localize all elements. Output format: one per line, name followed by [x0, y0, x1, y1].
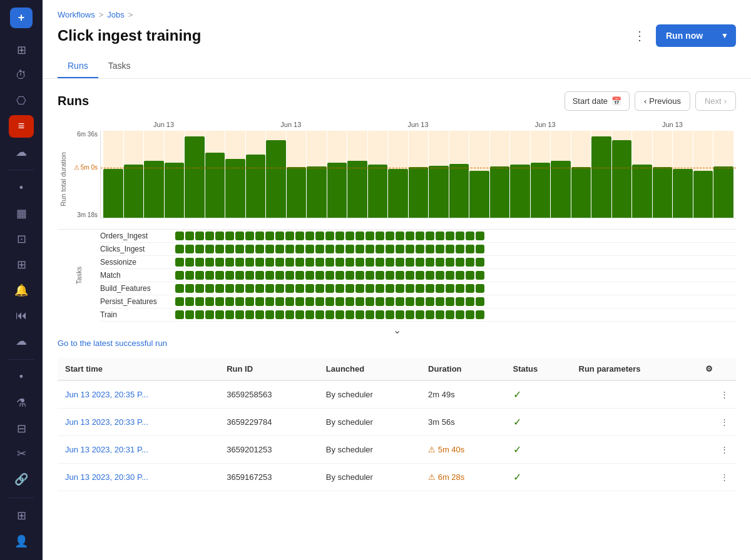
bar-0[interactable]	[103, 169, 123, 218]
task-dot-5-13[interactable]	[305, 297, 314, 306]
task-dot-0-15[interactable]	[325, 232, 334, 240]
task-dot-0-14[interactable]	[315, 232, 324, 240]
task-dot-2-29[interactable]	[466, 258, 474, 267]
task-dot-6-0[interactable]	[175, 310, 184, 319]
task-dot-1-28[interactable]	[456, 245, 464, 253]
task-dot-0-19[interactable]	[365, 232, 374, 240]
sidebar-item-user[interactable]: 👤	[9, 529, 34, 552]
task-dot-0-27[interactable]	[446, 232, 454, 240]
sidebar-item-history2[interactable]: ⏮	[9, 304, 34, 327]
task-dot-6-18[interactable]	[355, 310, 364, 319]
task-dot-2-0[interactable]	[175, 258, 184, 267]
task-dot-1-14[interactable]	[315, 245, 324, 253]
logo-icon[interactable]: +	[10, 8, 33, 28]
task-dot-5-2[interactable]	[195, 297, 204, 306]
task-dot-0-12[interactable]	[295, 232, 304, 240]
task-dot-4-16[interactable]	[335, 284, 344, 293]
bar-20[interactable]	[510, 165, 530, 218]
task-dot-3-23[interactable]	[406, 271, 414, 280]
table-cell-menu-2[interactable]: ⋮	[698, 436, 736, 464]
task-dot-1-7[interactable]	[245, 245, 254, 253]
task-dot-5-14[interactable]	[315, 297, 324, 306]
task-dot-6-10[interactable]	[275, 310, 284, 319]
task-dot-2-19[interactable]	[365, 258, 374, 267]
task-dot-2-1[interactable]	[185, 258, 194, 267]
task-dot-2-22[interactable]	[396, 258, 404, 267]
task-dot-2-12[interactable]	[295, 258, 304, 267]
task-dot-1-4[interactable]	[215, 245, 224, 253]
task-dot-0-26[interactable]	[436, 232, 444, 240]
bar-26[interactable]	[632, 165, 652, 218]
task-dot-6-7[interactable]	[245, 310, 254, 319]
task-dot-4-18[interactable]	[355, 284, 364, 293]
task-dot-3-21[interactable]	[386, 271, 394, 280]
task-dot-3-28[interactable]	[456, 271, 464, 280]
task-dot-4-21[interactable]	[386, 284, 394, 293]
sidebar-item-cloud2[interactable]: ☁	[9, 330, 34, 353]
task-dot-6-1[interactable]	[185, 310, 194, 319]
task-dot-5-29[interactable]	[466, 297, 474, 306]
task-dot-5-5[interactable]	[225, 297, 234, 306]
task-dot-5-23[interactable]	[406, 297, 414, 306]
task-dot-4-3[interactable]	[205, 284, 214, 293]
sidebar-item-history[interactable]: ⏱	[9, 64, 34, 87]
task-dot-1-9[interactable]	[265, 245, 274, 253]
task-dot-0-30[interactable]	[476, 232, 484, 240]
task-dot-3-26[interactable]	[436, 271, 444, 280]
bar-29[interactable]	[693, 171, 713, 218]
bar-19[interactable]	[490, 166, 510, 218]
task-dot-6-3[interactable]	[205, 310, 214, 319]
task-dot-2-25[interactable]	[426, 258, 434, 267]
task-dot-1-17[interactable]	[345, 245, 354, 253]
bar-2[interactable]	[144, 161, 164, 218]
bar-16[interactable]	[429, 166, 449, 218]
task-dot-2-10[interactable]	[275, 258, 284, 267]
task-dot-4-27[interactable]	[446, 284, 454, 293]
bar-10[interactable]	[307, 166, 327, 218]
task-dot-2-6[interactable]	[235, 258, 244, 267]
task-dot-3-0[interactable]	[175, 271, 184, 280]
task-dot-3-27[interactable]	[446, 271, 454, 280]
task-dot-2-18[interactable]	[355, 258, 364, 267]
task-dot-1-1[interactable]	[185, 245, 194, 253]
task-dot-4-13[interactable]	[305, 284, 314, 293]
task-dot-6-22[interactable]	[396, 310, 404, 319]
task-dot-0-2[interactable]	[195, 232, 204, 240]
task-dot-6-30[interactable]	[476, 310, 484, 319]
task-dot-2-17[interactable]	[345, 258, 354, 267]
task-dot-3-12[interactable]	[295, 271, 304, 280]
task-dot-3-10[interactable]	[275, 271, 284, 280]
task-dot-2-27[interactable]	[446, 258, 454, 267]
task-dot-3-18[interactable]	[355, 271, 364, 280]
sidebar-item-table[interactable]: ▦	[9, 202, 34, 225]
task-dot-2-16[interactable]	[335, 258, 344, 267]
task-dot-4-26[interactable]	[436, 284, 444, 293]
task-dot-5-18[interactable]	[355, 297, 364, 306]
task-dot-1-30[interactable]	[476, 245, 484, 253]
task-dot-1-20[interactable]	[376, 245, 384, 253]
task-dot-0-5[interactable]	[225, 232, 234, 240]
task-dot-2-14[interactable]	[315, 258, 324, 267]
run-now-button[interactable]: Run now ▼	[656, 24, 736, 47]
bar-27[interactable]	[653, 167, 673, 218]
table-cell-menu-0[interactable]: ⋮	[698, 380, 736, 409]
task-dot-6-26[interactable]	[436, 310, 444, 319]
task-dot-6-9[interactable]	[265, 310, 274, 319]
bar-8[interactable]	[266, 140, 286, 218]
task-dot-6-21[interactable]	[386, 310, 394, 319]
table-cell-start-time-2[interactable]: Jun 13 2023, 20:31 P...	[58, 436, 219, 464]
bar-28[interactable]	[673, 169, 693, 218]
task-dot-6-11[interactable]	[285, 310, 294, 319]
task-dot-1-23[interactable]	[406, 245, 414, 253]
task-dot-0-23[interactable]	[406, 232, 414, 240]
sidebar-item-graph[interactable]: ⎔	[9, 89, 34, 113]
task-dot-3-19[interactable]	[365, 271, 374, 280]
task-dot-2-5[interactable]	[225, 258, 234, 267]
table-cell-start-time-1[interactable]: Jun 13 2023, 20:33 P...	[58, 409, 219, 436]
task-dot-0-4[interactable]	[215, 232, 224, 240]
task-dot-3-11[interactable]	[285, 271, 294, 280]
task-dot-0-29[interactable]	[466, 232, 474, 240]
task-dot-6-8[interactable]	[255, 310, 264, 319]
task-dot-1-10[interactable]	[275, 245, 284, 253]
run-now-dropdown-icon[interactable]: ▼	[713, 25, 736, 46]
